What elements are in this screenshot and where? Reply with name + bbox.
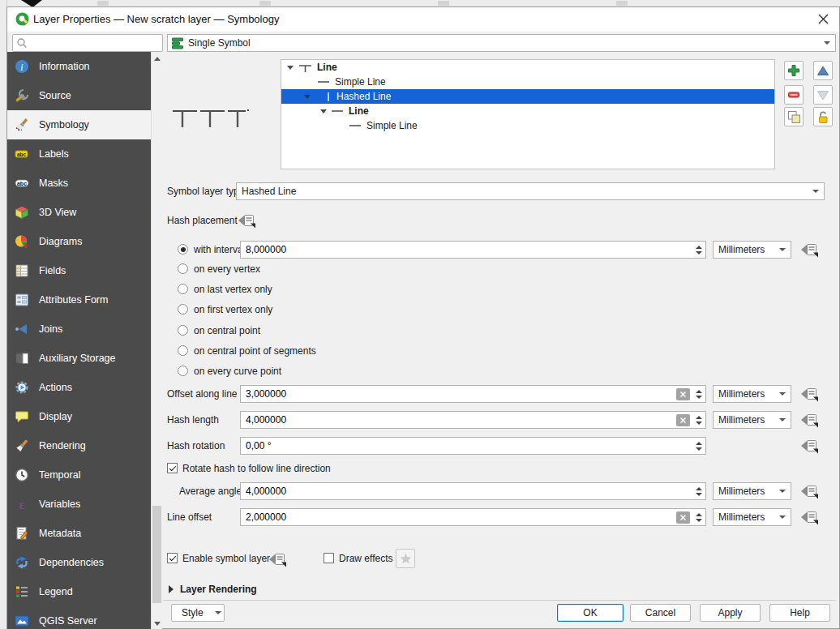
data-defined-override-icon[interactable] [800,242,820,258]
spin-buttons[interactable] [692,386,705,402]
with-interval-radio[interactable] [178,244,188,255]
background-toolbar-chip [438,1,449,6]
expander-icon[interactable] [320,109,327,113]
placement-option-label: on every curve point [194,364,281,379]
data-defined-override-icon[interactable] [800,386,820,402]
close-icon[interactable] [817,13,829,25]
paintbrush-icon [14,117,30,133]
rotate-hash-checkbox[interactable] [167,463,178,473]
spin-buttons[interactable] [692,509,705,525]
tree-item-line[interactable]: Line [281,60,774,75]
sidebar-scrollbar[interactable] [151,52,162,629]
spin-down-icon[interactable] [696,396,702,399]
hash-placement-label: Hash placement [167,212,238,229]
symbol-layer-type-row: Symbol layer type Hashed Line [7,182,839,200]
scroll-down-icon[interactable] [152,617,162,629]
triangle-up-icon [816,65,829,77]
move-layer-up-button[interactable] [813,61,833,80]
spin-down-icon[interactable] [696,421,702,425]
symbol-layer-type-combo[interactable]: Hashed Line [236,182,825,200]
draw-effects-checkbox[interactable] [324,553,334,563]
symbol-layer-type-label: Symbol layer type [167,182,244,200]
tree-item-label: Line [317,62,337,73]
placement-option-row: on last vertex only [7,282,839,297]
hash-rotation-input[interactable] [241,439,692,452]
customize-effects-button[interactable] [396,549,415,568]
lock-color-button[interactable] [813,107,833,126]
on-last-vertex-only-radio[interactable] [178,284,188,294]
clear-value-icon[interactable] [676,511,690,524]
layer-rendering-section[interactable]: Layer Rendering [169,584,257,595]
spin-down-icon[interactable] [696,251,702,255]
data-defined-override-icon[interactable] [800,412,820,428]
on-central-point-of-segments-radio[interactable] [178,345,188,356]
spin-buttons[interactable] [692,242,705,258]
remove-symbol-layer-button[interactable] [784,85,804,105]
unit-value: Millimeters [714,388,765,400]
cancel-button[interactable]: Cancel [630,604,691,622]
data-defined-override-icon[interactable] [800,509,820,525]
on-every-vertex-radio[interactable] [178,263,188,274]
tree-item-sub-line[interactable]: Line [281,104,774,118]
clear-value-icon[interactable] [676,414,690,426]
tree-item-hashed-line[interactable]: Hashed Line [281,89,774,104]
sidebar-item-symbology[interactable]: Symbology [7,110,151,139]
on-every-curve-point-radio[interactable] [178,366,188,376]
spin-buttons[interactable] [692,483,705,499]
search-input[interactable] [31,36,162,52]
data-defined-override-icon[interactable] [800,483,820,499]
unit-value: Millimeters [714,414,765,426]
hash-length-unit-combo[interactable]: Millimeters [713,411,791,429]
data-defined-override-icon[interactable] [800,438,820,454]
sidebar-item-information[interactable]: i Information [7,52,151,81]
spin-up-icon[interactable] [696,246,702,249]
expander-icon[interactable] [304,95,311,99]
sidebar-item-qgis-server[interactable]: QGIS Server [7,606,151,629]
spin-up-icon[interactable] [696,416,702,419]
line-offset-unit-combo[interactable]: Millimeters [713,508,791,526]
spin-buttons[interactable] [692,438,705,454]
hash-length-label: Hash length [167,411,219,429]
apply-button[interactable]: Apply [700,604,761,622]
spin-up-icon[interactable] [696,390,702,393]
enable-symbol-layer-checkbox[interactable] [167,553,178,563]
move-layer-down-button[interactable] [813,85,833,105]
spin-down-icon[interactable] [696,493,702,496]
help-button[interactable]: Help [769,604,830,622]
renderer-combo[interactable]: Single Symbol [167,34,836,52]
average-angle-input[interactable] [241,485,692,498]
clear-value-icon[interactable] [676,388,690,400]
offset-along-line-input[interactable] [241,387,676,400]
dialog-titlebar[interactable]: Layer Properties — New scratch layer — S… [7,7,839,32]
spin-up-icon[interactable] [696,513,702,516]
data-defined-override-icon[interactable] [238,212,257,229]
sidebar-item-labels[interactable]: abc Labels [7,139,151,169]
spin-up-icon[interactable] [696,442,702,445]
expander-icon[interactable] [287,66,294,70]
line-offset-spinbox [240,508,706,526]
style-menu-button[interactable]: Style [171,604,225,622]
on-first-vertex-only-radio[interactable] [178,304,188,314]
ok-button[interactable]: OK [557,604,624,622]
sidebar-item-label: Metadata [39,528,81,539]
interval-unit-combo[interactable]: Millimeters [713,241,791,259]
on-central-point-radio[interactable] [178,325,188,336]
spin-down-icon[interactable] [696,447,702,451]
tree-item-sub-simple-line[interactable]: Simple Line [281,118,774,133]
hash-length-input[interactable] [241,413,676,426]
duplicate-layer-button[interactable] [784,107,804,126]
offset-along-line-unit-combo[interactable]: Millimeters [713,385,791,403]
add-symbol-layer-button[interactable] [784,61,804,80]
spin-buttons[interactable] [692,412,705,428]
line-offset-input[interactable] [241,511,676,524]
scroll-up-icon[interactable] [152,52,162,65]
enable-symbol-layer-label: Enable symbol layer [182,551,270,566]
interval-input[interactable] [241,243,692,256]
data-defined-override-icon[interactable] [268,551,288,567]
sidebar-item-legend[interactable]: Legend [7,577,151,606]
average-angle-unit-combo[interactable]: Millimeters [713,482,791,500]
spin-down-icon[interactable] [696,519,702,522]
tree-item-simple-line[interactable]: Simple Line [281,75,774,89]
spin-up-icon[interactable] [696,487,702,490]
sidebar-item-source[interactable]: Source [7,81,151,110]
